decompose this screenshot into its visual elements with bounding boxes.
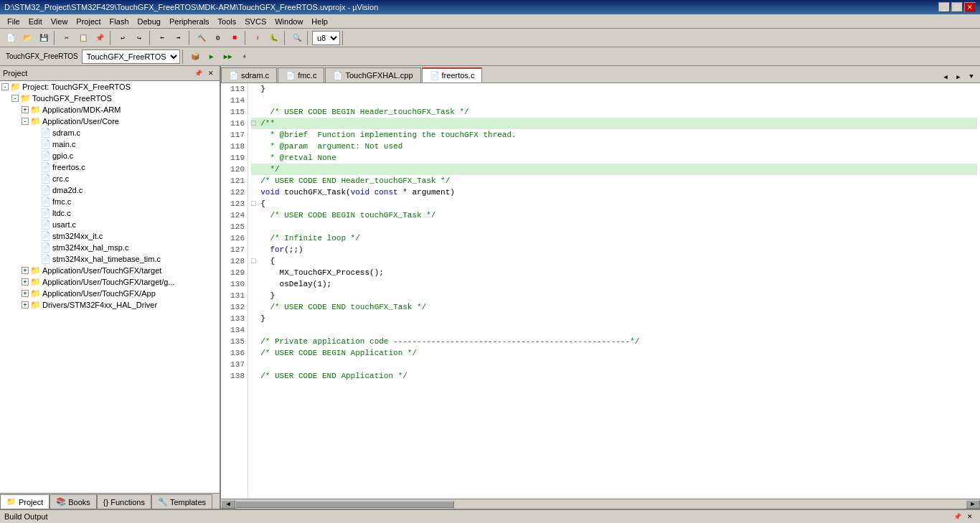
editor-tab-freertos-c[interactable]: 📄freertos.c	[422, 67, 483, 83]
menu-edit[interactable]: Edit	[24, 16, 47, 27]
back-button[interactable]: ⬅	[154, 30, 170, 46]
code-content[interactable]: } /* USER CODE BEGIN Header_touchGFX_Tas…	[248, 83, 980, 499]
copy-button[interactable]: 📋	[75, 30, 91, 46]
run2-button[interactable]: ▶▶	[220, 49, 236, 65]
tree-item[interactable]: 📄usart.c	[0, 219, 220, 230]
horizontal-scrollbar[interactable]: ◀ ▶	[221, 499, 980, 509]
encoding-dropdown[interactable]: u8	[312, 31, 340, 45]
tree-toggle[interactable]: +	[22, 106, 29, 113]
tree-item[interactable]: 📄dma2d.c	[0, 184, 220, 196]
open-file-button[interactable]: 📂	[19, 30, 35, 46]
tree-item[interactable]: 📄main.c	[0, 138, 220, 150]
action-button[interactable]: ⚡	[237, 49, 253, 65]
tree-item[interactable]: +📁Application/MDK-ARM	[0, 104, 220, 116]
rebuild-button[interactable]: ⚙	[210, 30, 226, 46]
minimize-button[interactable]: _	[938, 2, 950, 12]
tree-item[interactable]: 📄stm32f4xx_hal_msp.c	[0, 242, 220, 253]
menu-project[interactable]: Project	[72, 16, 105, 27]
proj-tab-books[interactable]: 📚Books	[50, 494, 97, 509]
tree-toggle[interactable]: -	[22, 118, 29, 125]
menu-svcs[interactable]: SVCS	[240, 16, 270, 27]
panel-close-button[interactable]: ✕	[205, 67, 217, 79]
close-button[interactable]: ✕	[964, 2, 976, 12]
tree-item[interactable]: 📄freertos.c	[0, 161, 220, 173]
menu-flash[interactable]: Flash	[105, 16, 133, 27]
pkg-install-button[interactable]: 📦	[187, 49, 203, 65]
code-editor[interactable]: 1131141151161171181191201211221231241251…	[221, 83, 980, 499]
menu-tools[interactable]: Tools	[214, 16, 241, 27]
proj-tab-templates[interactable]: 🔧Templates	[151, 494, 212, 509]
sep1	[54, 31, 57, 45]
editor-tab-fmc-c[interactable]: 📄fmc.c	[278, 67, 324, 83]
menu-view[interactable]: View	[47, 16, 72, 27]
tree-toggle[interactable]: -	[1, 83, 9, 90]
tree-toggle[interactable]: +	[22, 301, 29, 308]
menu-peripherals[interactable]: Peripherals	[165, 16, 214, 27]
tab-label: TouchGFXHAL.cpp	[345, 71, 413, 80]
tree-item[interactable]: -📁Application/User/Core	[0, 116, 220, 127]
tree-item[interactable]: +📁Application/User/TouchGFX/target/g...	[0, 276, 220, 288]
tree-item[interactable]: 📄stm32f4xx_hal_timebase_tim.c	[0, 253, 220, 265]
tree-toggle[interactable]: +	[22, 278, 29, 286]
scroll-right-button[interactable]: ▶	[966, 500, 980, 509]
build-button[interactable]: 🔨	[194, 30, 209, 46]
new-file-button[interactable]: 📄	[3, 30, 19, 46]
cut-button[interactable]: ✂	[59, 30, 75, 46]
proj-tab-project[interactable]: 📁Project	[0, 494, 50, 509]
scroll-track[interactable]	[235, 501, 966, 508]
tree-toggle[interactable]: +	[22, 267, 29, 274]
project-panel-title: Project	[3, 69, 27, 77]
paste-button[interactable]: 📌	[92, 30, 108, 46]
code-line: * @brief Function implementing the touch…	[251, 129, 977, 141]
target-dropdown[interactable]: TouchGFX_FreeRTOS	[82, 50, 180, 64]
proj-tab-functions[interactable]: {}Functions	[97, 494, 151, 509]
tab-controls: ◀ ▶ ▼	[940, 71, 980, 83]
menu-help[interactable]: Help	[307, 16, 332, 27]
panel-pin-button[interactable]: 📌	[192, 67, 204, 79]
editor-tab-TouchGFXHAL-cpp[interactable]: 📄TouchGFXHAL.cpp	[325, 67, 420, 83]
forward-button[interactable]: ➡	[171, 30, 187, 46]
tree-item[interactable]: +📁Application/User/TouchGFX/target	[0, 265, 220, 276]
proj-tab-icon: {}	[103, 498, 108, 506]
scroll-thumb[interactable]	[235, 501, 454, 508]
code-line: /* Private application code ------------…	[251, 336, 977, 347]
tree-item[interactable]: 📄fmc.c	[0, 196, 220, 207]
tree-item[interactable]: +📁Drivers/STM32F4xx_HAL_Driver	[0, 299, 220, 311]
collapse-marker[interactable]: □	[251, 257, 256, 265]
tree-item[interactable]: 📄crc.c	[0, 173, 220, 184]
tree-toggle[interactable]: +	[22, 290, 29, 297]
menu-debug[interactable]: Debug	[133, 16, 165, 27]
collapse-marker[interactable]: □	[251, 119, 256, 128]
redo-button[interactable]: ↪	[131, 30, 147, 46]
menu-file[interactable]: File	[3, 16, 24, 27]
debug-button[interactable]: 🐛	[266, 30, 282, 46]
editor-tab-sdram-c[interactable]: 📄sdram.c	[221, 67, 277, 83]
tree-item[interactable]: 📄sdram.c	[0, 127, 220, 138]
menu-window[interactable]: Window	[270, 16, 307, 27]
tree-item[interactable]: 📄gpio.c	[0, 150, 220, 161]
tree-item[interactable]: -📁Project: TouchGFX_FreeRTOS	[0, 81, 220, 93]
maximize-button[interactable]: □	[951, 2, 963, 12]
find-button[interactable]: 🔍	[289, 30, 305, 46]
undo-button[interactable]: ↩	[115, 30, 131, 46]
build-pin-button[interactable]: 📌	[951, 512, 963, 522]
collapse-marker[interactable]: □	[251, 199, 256, 208]
scroll-left-button[interactable]: ◀	[221, 500, 235, 509]
tree-file-icon: 📁	[30, 288, 41, 298]
tree-item[interactable]: -📁TouchGFX_FreeRTOS	[0, 93, 220, 104]
download-button[interactable]: ⬇	[250, 30, 265, 46]
tree-file-icon: 📄	[40, 128, 51, 138]
code-text: void touchGFX_Task(void const * argument…	[260, 188, 455, 197]
build-close-button[interactable]: ✕	[964, 512, 976, 522]
stop-build-button[interactable]: ■	[227, 30, 242, 46]
save-button[interactable]: 💾	[36, 30, 52, 46]
project-tree[interactable]: -📁Project: TouchGFX_FreeRTOS-📁TouchGFX_F…	[0, 81, 220, 493]
tree-toggle[interactable]: -	[11, 95, 19, 102]
tab-left-button[interactable]: ◀	[940, 71, 951, 83]
tab-menu-button[interactable]: ▼	[966, 71, 977, 83]
tab-right-button[interactable]: ▶	[953, 71, 964, 83]
tree-item[interactable]: 📄stm32f4xx_it.c	[0, 230, 220, 242]
run-button[interactable]: ▶	[204, 49, 220, 65]
tree-item[interactable]: 📄ltdc.c	[0, 207, 220, 219]
tree-item[interactable]: +📁Application/User/TouchGFX/App	[0, 288, 220, 299]
